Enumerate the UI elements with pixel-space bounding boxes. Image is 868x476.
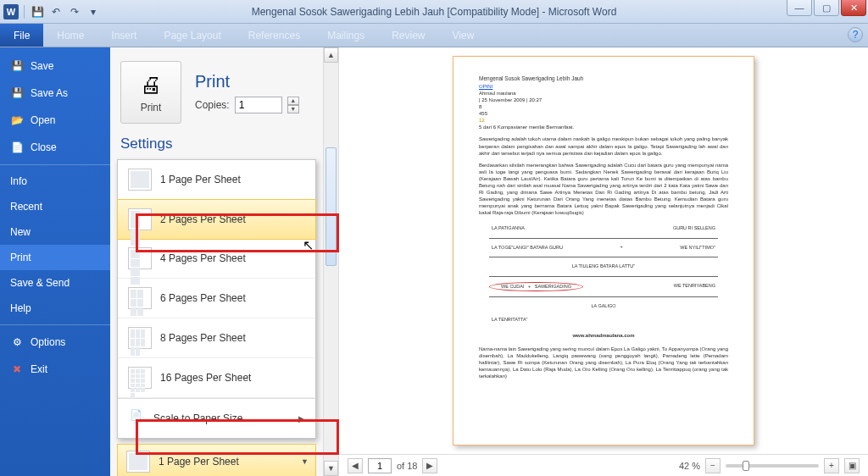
- print-settings-panel: 🖨 Print Print Copies: ▲▼ Settings 1 Page…: [110, 47, 339, 476]
- redo-icon[interactable]: ↷: [67, 4, 82, 19]
- menu-exit[interactable]: ✖Exit: [0, 356, 110, 383]
- print-title: Print: [195, 72, 299, 91]
- tab-page-layout[interactable]: Page Layout: [150, 24, 234, 47]
- menu-label: Save & Send: [10, 277, 70, 289]
- doc-date: | 25 November 2009 | 20:27: [479, 97, 728, 103]
- doc-num: 8: [479, 103, 728, 110]
- option-label: 1 Page Per Sheet: [160, 174, 241, 185]
- page-total-label: of 18: [397, 461, 417, 471]
- menu-label: Options: [31, 336, 65, 348]
- close-button[interactable]: ✕: [841, 0, 866, 16]
- save-icon[interactable]: 💾: [30, 4, 45, 19]
- preview-page: Mengenal Sosok Sawerigading Lebih Jauh O…: [453, 56, 754, 446]
- page-number-input[interactable]: [368, 458, 392, 473]
- option-label: 6 Pages Per Sheet: [160, 292, 246, 304]
- doc-para: Sawerigading adalah tokoh utama dalam na…: [479, 136, 728, 156]
- tab-review[interactable]: Review: [378, 24, 438, 47]
- menu-save-as[interactable]: 💾Save As: [0, 80, 110, 107]
- prev-page-button[interactable]: ◀: [348, 458, 363, 473]
- option-scale-to-paper[interactable]: 📄Scale to Paper Size▶: [118, 398, 315, 438]
- option-16-pages[interactable]: 16 Pages Per Sheet: [118, 358, 315, 398]
- menu-help[interactable]: Help: [0, 296, 110, 321]
- doc-title: Mengenal Sosok Sawerigading Lebih Jauh: [479, 75, 728, 83]
- maximize-button[interactable]: ▢: [814, 0, 839, 16]
- doc-link: OPINI: [479, 83, 728, 90]
- menu-open[interactable]: 📂Open: [0, 107, 110, 134]
- chevron-down-icon: ▼: [301, 457, 309, 466]
- zoom-in-button[interactable]: +: [824, 458, 839, 473]
- doc-author: Ahmad maulana: [479, 90, 728, 97]
- tab-insert[interactable]: Insert: [97, 24, 150, 47]
- next-page-button[interactable]: ▶: [422, 458, 437, 473]
- menu-new[interactable]: New: [0, 219, 110, 245]
- menu-recent[interactable]: Recent: [0, 194, 110, 219]
- dropdown-value: 1 Page Per Sheet: [159, 456, 239, 468]
- tab-file[interactable]: File: [0, 24, 43, 47]
- option-2-pages[interactable]: 2 Pages Per Sheet: [117, 199, 316, 240]
- save-icon: 💾: [10, 59, 24, 73]
- option-1-page[interactable]: 1 Page Per Sheet: [118, 160, 315, 200]
- undo-icon[interactable]: ↶: [48, 4, 64, 19]
- doc-num: 12: [479, 117, 728, 124]
- menu-info[interactable]: Info: [0, 169, 110, 194]
- settings-heading: Settings: [110, 132, 338, 159]
- option-8-pages[interactable]: 8 Pages Per Sheet: [118, 318, 315, 358]
- menu-label: Print: [10, 252, 31, 263]
- option-6-pages[interactable]: 6 Pages Per Sheet: [118, 279, 315, 318]
- zoom-label: 42 %: [679, 461, 700, 471]
- minimize-button[interactable]: —: [787, 0, 812, 16]
- doc-num: 455: [479, 110, 728, 117]
- doc-rating: 5 dari 6 Kompasianer menilai Bermanfaat.: [479, 124, 728, 130]
- chevron-right-icon: ▶: [298, 414, 305, 423]
- window-titlebar: W 💾 ↶ ↷ ▾ Mengenal Sosok Sawerigading Le…: [0, 0, 868, 24]
- quick-access-toolbar: W 💾 ↶ ↷ ▾: [0, 4, 101, 19]
- backstage-menu: 💾Save 💾Save As 📂Open 📄Close Info Recent …: [0, 47, 110, 476]
- scroll-up-icon[interactable]: ▲: [324, 47, 338, 63]
- tab-references[interactable]: References: [235, 24, 314, 47]
- print-button[interactable]: 🖨 Print: [120, 61, 181, 124]
- menu-print[interactable]: Print: [0, 245, 110, 270]
- pages-per-sheet-dropdown[interactable]: 1 Page Per Sheet ▼: [117, 444, 316, 476]
- menu-label: Close: [31, 141, 57, 153]
- copies-label: Copies:: [195, 99, 230, 111]
- scroll-thumb[interactable]: [326, 147, 337, 266]
- printer-icon: 🖨: [140, 72, 162, 98]
- menu-save-send[interactable]: Save & Send: [0, 270, 110, 296]
- doc-para: Nama-nama lain Sawerigading yang sering …: [479, 346, 728, 379]
- copies-spinner[interactable]: ▲▼: [287, 97, 299, 113]
- option-4-pages[interactable]: 4 Pages Per Sheet: [118, 239, 315, 279]
- menu-close[interactable]: 📄Close: [0, 134, 110, 161]
- options-icon: ⚙: [10, 335, 24, 349]
- scroll-down-icon[interactable]: ▼: [324, 461, 338, 476]
- exit-icon: ✖: [10, 363, 24, 376]
- menu-save[interactable]: 💾Save: [0, 53, 110, 80]
- pages-per-sheet-menu: 1 Page Per Sheet 2 Pages Per Sheet 4 Pag…: [117, 159, 316, 439]
- option-label: 2 Pages Per Sheet: [160, 213, 246, 225]
- window-title: Mengenal Sosok Sawerigading Lebih Jauh […: [252, 6, 617, 18]
- word-app-icon: W: [3, 4, 19, 19]
- menu-label: Recent: [10, 201, 42, 213]
- option-label: 16 Pages Per Sheet: [160, 372, 251, 384]
- zoom-out-button[interactable]: −: [705, 458, 721, 473]
- preview-footer: ◀ of 18 ▶ 42 % − + ▣: [339, 454, 868, 476]
- tab-view[interactable]: View: [439, 24, 488, 47]
- doc-diagram: LA PATIGANNAGURU RI SELLENG LA TOGE"LANG…: [489, 224, 718, 324]
- option-label: Scale to Paper Size: [153, 412, 242, 424]
- menu-label: Info: [10, 175, 27, 187]
- ribbon-tabs: File Home Insert Page Layout References …: [0, 24, 868, 47]
- option-label: 8 Pages Per Sheet: [160, 332, 246, 344]
- zoom-slider[interactable]: [726, 464, 819, 468]
- print-preview-panel: Mengenal Sosok Sawerigading Lebih Jauh O…: [339, 47, 868, 476]
- fit-page-button[interactable]: ▣: [844, 458, 860, 473]
- menu-options[interactable]: ⚙Options: [0, 329, 110, 356]
- tab-mailings[interactable]: Mailings: [314, 24, 378, 47]
- settings-scrollbar[interactable]: ▲ ▼: [323, 47, 338, 476]
- menu-label: New: [10, 226, 31, 238]
- doc-para: Berdasarkan silsilah menerangkan bahwa S…: [479, 162, 728, 217]
- qat-customize-icon[interactable]: ▾: [86, 4, 101, 19]
- tab-home[interactable]: Home: [43, 24, 97, 47]
- help-icon[interactable]: ?: [848, 27, 863, 42]
- copies-input[interactable]: [235, 97, 282, 113]
- doc-website: www.ahmadmaulana.com: [479, 332, 728, 339]
- menu-label: Exit: [31, 363, 47, 375]
